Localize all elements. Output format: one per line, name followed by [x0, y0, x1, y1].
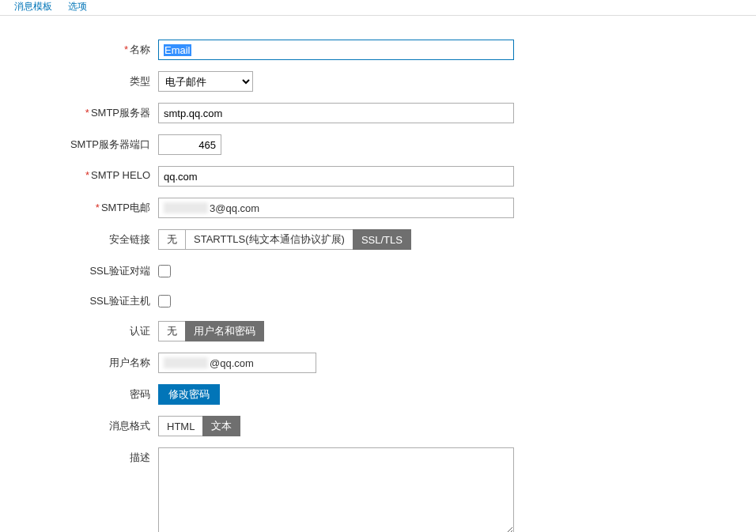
msgfmt-html[interactable]: HTML — [158, 416, 203, 436]
form: *名称 Email 类型 电子邮件 *SMTP服务器 SMTP服务器端口 *SM… — [0, 16, 756, 532]
label-msg-format: 消息格式 — [0, 416, 158, 433]
label-type: 类型 — [0, 71, 158, 89]
label-password: 密码 — [0, 384, 158, 402]
auth-group: 无 用户名和密码 — [158, 321, 264, 341]
secure-starttls[interactable]: STARTTLS(纯文本通信协议扩展) — [185, 229, 353, 250]
msgfmt-text[interactable]: 文本 — [202, 416, 240, 436]
label-description: 描述 — [0, 447, 158, 465]
label-auth: 认证 — [0, 321, 158, 338]
auth-userpass[interactable]: 用户名和密码 — [185, 321, 264, 341]
change-password-button[interactable]: 修改密码 — [158, 384, 220, 405]
smtp-port-field[interactable] — [158, 134, 221, 155]
tabs-bar: 消息模板 选项 — [0, 0, 756, 16]
label-smtp-server: *SMTP服务器 — [0, 103, 158, 120]
description-field[interactable] — [158, 447, 514, 532]
tab-options[interactable]: 选项 — [62, 0, 93, 18]
label-username: 用户名称 — [0, 353, 158, 370]
label-smtp-helo: *SMTP HELO — [0, 166, 158, 181]
username-field[interactable]: @qq.com — [158, 353, 316, 373]
ssl-peer-checkbox[interactable] — [158, 265, 171, 277]
label-smtp-email: *SMTP电邮 — [0, 198, 158, 215]
ssl-host-checkbox[interactable] — [158, 295, 171, 308]
label-ssl-peer: SSL验证对端 — [0, 261, 158, 278]
label-smtp-port: SMTP服务器端口 — [0, 134, 158, 152]
secure-conn-group: 无 STARTTLS(纯文本通信协议扩展) SSL/TLS — [158, 229, 411, 250]
redacted-block — [164, 202, 208, 213]
smtp-server-field[interactable] — [158, 103, 514, 123]
label-name: *名称 — [0, 40, 158, 57]
msg-format-group: HTML 文本 — [158, 416, 240, 436]
type-select[interactable]: 电子邮件 — [158, 71, 253, 92]
label-secure-conn: 安全链接 — [0, 229, 158, 247]
smtp-helo-field[interactable] — [158, 166, 514, 187]
redacted-block — [164, 357, 208, 368]
name-field[interactable]: Email — [158, 40, 514, 60]
secure-none[interactable]: 无 — [158, 229, 186, 250]
auth-none[interactable]: 无 — [158, 321, 186, 341]
secure-ssltls[interactable]: SSL/TLS — [353, 229, 411, 250]
label-ssl-host: SSL验证主机 — [0, 291, 158, 308]
smtp-email-field[interactable]: 3@qq.com — [158, 198, 514, 218]
tab-templates[interactable]: 消息模板 — [8, 0, 59, 18]
